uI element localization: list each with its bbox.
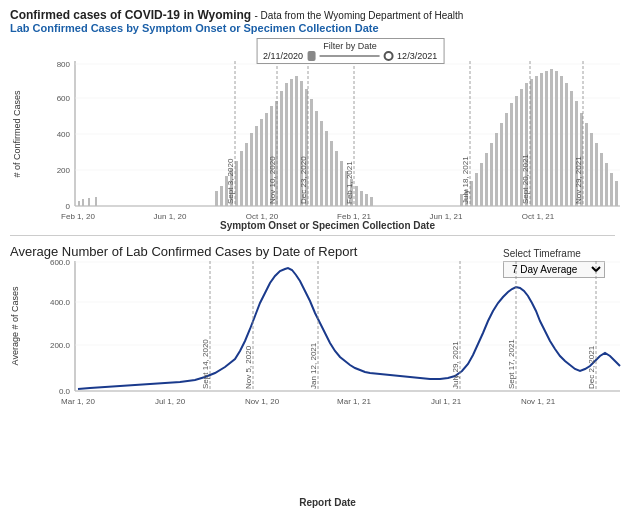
svg-rect-41 <box>340 161 343 206</box>
svg-text:Jul 1, 20: Jul 1, 20 <box>155 397 186 406</box>
svg-text:600: 600 <box>57 94 71 103</box>
svg-text:Nov 1, 20: Nov 1, 20 <box>245 397 280 406</box>
svg-text:0: 0 <box>66 202 71 211</box>
svg-rect-53 <box>485 153 488 206</box>
filter-handle-left[interactable] <box>307 51 315 61</box>
svg-rect-12 <box>78 201 80 206</box>
bottom-chart: 0.0 200.0 400.0 600.0 Mar 1, 20 Jul 1, 2… <box>10 261 615 508</box>
svg-rect-16 <box>215 191 218 206</box>
filter-label: Filter by Date <box>263 41 437 51</box>
subtitle-text: Lab Confirmed Cases by Symptom Onset or … <box>10 22 615 34</box>
svg-rect-39 <box>330 141 333 206</box>
svg-text:200.0: 200.0 <box>50 341 71 350</box>
svg-rect-45 <box>360 191 363 206</box>
filter-end: 12/3/2021 <box>397 51 437 61</box>
svg-text:Sept 3, 2020: Sept 3, 2020 <box>226 158 235 204</box>
svg-rect-73 <box>585 123 588 206</box>
svg-text:Sept 17, 2021: Sept 17, 2021 <box>507 339 516 389</box>
svg-text:Nov 10, 2020: Nov 10, 2020 <box>268 156 277 204</box>
svg-rect-51 <box>475 173 478 206</box>
source-text: - Data from the Wyoming Department of He… <box>255 10 464 21</box>
svg-rect-40 <box>335 151 338 206</box>
svg-text:Sept 20, 2021: Sept 20, 2021 <box>521 154 530 204</box>
bottom-section-header: Average Number of Lab Confirmed Cases by… <box>10 240 615 261</box>
top-chart: Filter by Date 2/11/2020 12/3/2021 0 200… <box>10 36 615 231</box>
svg-text:Jul 1, 21: Jul 1, 21 <box>431 397 462 406</box>
svg-rect-38 <box>325 131 328 206</box>
svg-rect-36 <box>315 111 318 206</box>
top-chart-x-label: Symptom Onset or Specimen Collection Dat… <box>40 220 615 231</box>
filter-box[interactable]: Filter by Date 2/11/2020 12/3/2021 <box>256 38 444 64</box>
svg-rect-78 <box>610 173 613 206</box>
svg-text:July 29, 2021: July 29, 2021 <box>451 341 460 389</box>
filter-start: 2/11/2020 <box>263 51 303 61</box>
svg-rect-65 <box>545 71 548 206</box>
svg-text:Nov 1, 21: Nov 1, 21 <box>521 397 556 406</box>
filter-range: 2/11/2020 12/3/2021 <box>263 51 437 61</box>
svg-rect-76 <box>600 153 603 206</box>
svg-rect-62 <box>530 79 533 206</box>
svg-rect-55 <box>495 133 498 206</box>
svg-text:July 18, 2021: July 18, 2021 <box>461 156 470 204</box>
svg-text:400.0: 400.0 <box>50 298 71 307</box>
svg-rect-30 <box>285 83 288 206</box>
svg-text:# of Confirmed Cases: # of Confirmed Cases <box>12 90 22 178</box>
svg-text:200: 200 <box>57 166 71 175</box>
svg-rect-79 <box>615 181 618 206</box>
main-title: Confirmed cases of COVID-19 in Wyoming -… <box>10 8 615 22</box>
svg-text:Dec 2, 2021: Dec 2, 2021 <box>587 345 596 389</box>
svg-text:Mar 1, 21: Mar 1, 21 <box>337 397 371 406</box>
select-timeframe-label: Select Timeframe <box>503 248 581 259</box>
svg-rect-25 <box>260 119 263 206</box>
svg-rect-63 <box>535 76 538 206</box>
title-text: Confirmed cases of COVID-19 in Wyoming <box>10 8 251 22</box>
svg-rect-14 <box>88 198 90 206</box>
svg-rect-54 <box>490 143 493 206</box>
svg-text:Average # of Cases: Average # of Cases <box>10 286 20 365</box>
svg-rect-50 <box>470 181 473 206</box>
svg-rect-70 <box>570 91 573 206</box>
svg-rect-47 <box>370 197 373 206</box>
svg-rect-58 <box>510 103 513 206</box>
svg-text:Dec 23, 2020: Dec 23, 2020 <box>299 156 308 204</box>
svg-rect-20 <box>235 161 238 206</box>
svg-rect-77 <box>605 163 608 206</box>
svg-rect-35 <box>310 99 313 206</box>
svg-text:Jan 12, 2021: Jan 12, 2021 <box>309 342 318 389</box>
bottom-chart-svg: 0.0 200.0 400.0 600.0 Mar 1, 20 Jul 1, 2… <box>40 261 625 421</box>
svg-rect-15 <box>95 197 97 206</box>
svg-rect-21 <box>240 151 243 206</box>
svg-rect-74 <box>590 133 593 206</box>
bottom-chart-x-label: Report Date <box>40 497 615 508</box>
svg-text:600.0: 600.0 <box>50 258 71 267</box>
svg-text:Feb 1, 2021: Feb 1, 2021 <box>345 161 354 204</box>
svg-rect-56 <box>500 123 503 206</box>
svg-rect-68 <box>560 76 563 206</box>
svg-rect-13 <box>82 199 84 206</box>
svg-text:400: 400 <box>57 130 71 139</box>
filter-track <box>319 55 379 57</box>
svg-rect-32 <box>295 76 298 206</box>
svg-rect-52 <box>480 163 483 206</box>
svg-rect-67 <box>555 71 558 206</box>
svg-rect-37 <box>320 121 323 206</box>
svg-rect-59 <box>515 96 518 206</box>
svg-text:Nov 5, 2020: Nov 5, 2020 <box>244 345 253 389</box>
top-chart-svg: 0 200 400 600 800 <box>40 61 625 246</box>
svg-rect-66 <box>550 69 553 206</box>
svg-text:Nov 29, 2021: Nov 29, 2021 <box>574 156 583 204</box>
svg-rect-46 <box>365 194 368 206</box>
svg-text:Mar 1, 20: Mar 1, 20 <box>61 397 95 406</box>
title-block: Confirmed cases of COVID-19 in Wyoming -… <box>10 8 615 34</box>
svg-text:800: 800 <box>57 60 71 69</box>
main-container: Confirmed cases of COVID-19 in Wyoming -… <box>0 0 625 512</box>
svg-text:Sept 14, 2020: Sept 14, 2020 <box>201 339 210 389</box>
svg-rect-31 <box>290 79 293 206</box>
svg-rect-75 <box>595 143 598 206</box>
svg-rect-23 <box>250 133 253 206</box>
svg-rect-64 <box>540 73 543 206</box>
filter-handle-right[interactable] <box>383 51 393 61</box>
svg-rect-17 <box>220 186 223 206</box>
svg-rect-44 <box>355 186 358 206</box>
svg-text:0.0: 0.0 <box>59 387 71 396</box>
